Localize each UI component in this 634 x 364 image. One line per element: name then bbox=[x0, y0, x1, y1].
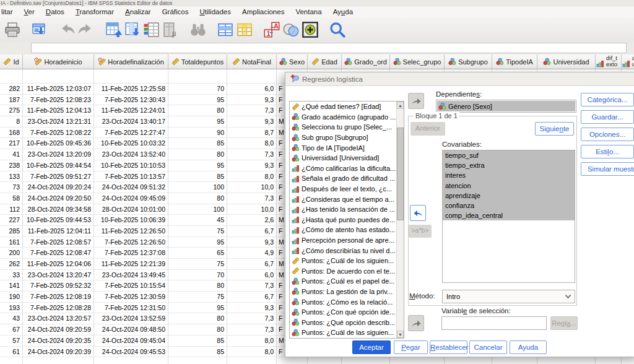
variable-item[interactable]: Puntos: De acuerdo con el te... bbox=[290, 266, 396, 277]
table-cell[interactable]: 168 bbox=[0, 128, 23, 139]
siguiente-button[interactable]: Siguiente bbox=[535, 122, 574, 136]
column-header-sexo[interactable]: Sexo bbox=[277, 54, 308, 69]
table-cell[interactable]: 70 bbox=[168, 84, 227, 95]
interaction-term-button[interactable]: >a*b> bbox=[409, 225, 432, 238]
table-cell[interactable]: 23-Oct-2024 13:20:47 bbox=[23, 270, 94, 281]
table-cell[interactable]: 7-Feb-2025 12:27:47 bbox=[94, 128, 168, 139]
table-cell[interactable]: 24-Oct-2024 09:20:59 bbox=[23, 324, 94, 336]
covariable-item[interactable]: comp_idea_central bbox=[443, 210, 575, 220]
menu-item-transformar[interactable]: Transformar bbox=[70, 6, 119, 17]
table-cell[interactable] bbox=[227, 69, 277, 84]
table-cell[interactable]: 11-Feb-2025 12:25:58 bbox=[94, 84, 168, 95]
column-header-totaldepuntos[interactable]: Totaldepuntos bbox=[168, 54, 227, 69]
variable-item[interactable]: Universidad [Universidad] bbox=[290, 153, 396, 163]
table-cell[interactable]: 262 bbox=[0, 259, 23, 270]
opciones--button[interactable]: Opciones... bbox=[581, 128, 634, 141]
variable-item[interactable]: Tipo de IA [TipodeIA] bbox=[290, 142, 396, 153]
dependent-variable-item[interactable]: Género [Sexo] bbox=[437, 101, 575, 111]
restablecer-button[interactable]: Restablecer bbox=[430, 340, 467, 354]
table-cell[interactable]: 73 bbox=[0, 182, 23, 193]
table-cell[interactable]: 80 bbox=[168, 313, 227, 324]
table-cell[interactable]: 28-Oct-2024 10:01:00 bbox=[94, 204, 168, 215]
variable-item[interactable]: ¿Consideras que el tiempo a... bbox=[290, 194, 396, 204]
cell-editor-input[interactable] bbox=[31, 43, 627, 53]
transfer-covariables-button[interactable] bbox=[410, 205, 426, 221]
table-cell[interactable]: 7,3 bbox=[227, 313, 277, 324]
table-cell[interactable]: 10,0 bbox=[227, 204, 277, 215]
table-cell[interactable]: 95 bbox=[168, 237, 227, 248]
table-cell[interactable]: 193 bbox=[0, 303, 23, 314]
pegar-button[interactable]: Pegar bbox=[394, 340, 428, 354]
table-cell[interactable]: 24-Oct-2024 09:20:50 bbox=[23, 193, 94, 204]
show-all-variables-icon[interactable] bbox=[301, 20, 320, 40]
scrollbar-thumb[interactable] bbox=[397, 128, 404, 220]
table-cell[interactable]: 190 bbox=[0, 292, 23, 303]
table-cell[interactable]: 33 bbox=[0, 270, 23, 281]
table-cell[interactable]: 6,7 bbox=[227, 259, 277, 270]
seleccion-variable-input[interactable] bbox=[441, 316, 547, 330]
table-cell[interactable] bbox=[23, 357, 94, 364]
column-header-universidad[interactable]: Universidad bbox=[537, 54, 596, 69]
menu-item-gráficos[interactable]: Gráficos bbox=[157, 6, 194, 17]
variable-item[interactable]: Puntos: ¿Cuál es el papel de... bbox=[290, 276, 396, 287]
table-cell[interactable]: 75 bbox=[168, 226, 227, 237]
table-cell[interactable]: 57 bbox=[0, 336, 23, 347]
table-cell[interactable]: 28-Oct-2024 09:34:58 bbox=[23, 204, 94, 215]
table-cell[interactable]: 6,7 bbox=[227, 292, 277, 303]
column-header-horadeinicio[interactable]: Horadeinicio bbox=[23, 54, 94, 69]
column-header-dif_texto[interactable]: dif_texto bbox=[596, 54, 622, 69]
variable-list-scrollbar[interactable]: ▲ ▼ bbox=[396, 102, 404, 338]
variable-item[interactable]: ¿Cómo calificarías la dificulta... bbox=[290, 163, 396, 174]
table-cell[interactable]: 10-Feb-2025 10:10:53 bbox=[94, 160, 168, 171]
table-cell[interactable]: 24-Oct-2024 09:20:35 bbox=[23, 336, 94, 347]
table-cell[interactable]: 7-Feb-2025 12:08:57 bbox=[23, 237, 94, 248]
table-cell[interactable]: 141 bbox=[0, 280, 23, 292]
table-cell[interactable] bbox=[622, 357, 634, 364]
variable-item[interactable]: Selecciona tu grupo [Selec_... bbox=[290, 122, 396, 132]
table-cell[interactable]: 8,7 bbox=[227, 128, 277, 139]
table-cell[interactable]: 23-Oct-2024 13:52:40 bbox=[94, 149, 168, 160]
table-cell[interactable]: 282 bbox=[0, 84, 23, 95]
estilo--button[interactable]: Estilo... bbox=[581, 145, 634, 158]
table-cell[interactable] bbox=[23, 69, 94, 84]
column-header-subgrupo[interactable]: Subgrupo bbox=[445, 54, 492, 69]
table-cell[interactable]: 23-Oct-2024 13:52:59 bbox=[94, 313, 168, 324]
table-cell[interactable]: 24-Oct-2024 09:45:09 bbox=[94, 193, 168, 204]
covariable-item[interactable]: aprendizaje bbox=[443, 191, 575, 201]
table-cell[interactable]: 227 bbox=[0, 215, 23, 226]
table-cell[interactable]: 95 bbox=[168, 95, 227, 106]
table-cell[interactable]: 133 bbox=[0, 171, 23, 183]
table-cell[interactable] bbox=[277, 357, 308, 364]
column-header-selec_grupo[interactable]: Selec_grupo bbox=[390, 54, 445, 69]
table-cell[interactable]: 10-Feb-2025 09:44:53 bbox=[23, 215, 94, 226]
column-header-id[interactable]: Id bbox=[0, 54, 23, 69]
table-cell[interactable]: 80 bbox=[168, 105, 227, 116]
table-cell[interactable]: 95 bbox=[168, 160, 227, 171]
table-cell[interactable]: 7-Feb-2025 12:31:50 bbox=[94, 303, 168, 314]
table-cell[interactable]: 23-Oct-2024 13:49:45 bbox=[94, 270, 168, 281]
simular-muestreo-button[interactable]: Simular muestreo bbox=[581, 162, 634, 176]
table-cell[interactable]: 6,7 bbox=[227, 226, 277, 237]
table-cell[interactable]: 10,0 bbox=[227, 182, 277, 193]
column-header-horadefinalización[interactable]: Horadefinalización bbox=[94, 54, 168, 69]
table-cell[interactable] bbox=[308, 357, 342, 364]
table-cell[interactable]: 10-Feb-2025 10:03:32 bbox=[94, 138, 168, 149]
table-cell[interactable]: 7,3 bbox=[227, 149, 277, 160]
table-cell[interactable] bbox=[445, 357, 492, 364]
regla-button[interactable]: Regla... bbox=[550, 316, 578, 330]
table-cell[interactable]: 8,0 bbox=[227, 138, 277, 149]
variable-item[interactable]: Percepción personal de apre... bbox=[290, 235, 396, 246]
table-cell[interactable]: 217 bbox=[0, 138, 23, 149]
covariable-item[interactable]: interes bbox=[443, 170, 575, 180]
table-cell[interactable] bbox=[0, 357, 23, 364]
table-cell[interactable]: 7,3 bbox=[227, 193, 277, 204]
table-cell[interactable] bbox=[0, 69, 23, 84]
table-cell[interactable]: 7-Feb-2025 12:30:43 bbox=[94, 95, 168, 106]
table-cell[interactable]: 10-Feb-2025 10:06:39 bbox=[94, 215, 168, 226]
table-cell[interactable]: 9,3 bbox=[227, 237, 277, 248]
menu-item-ver[interactable]: Ver bbox=[19, 6, 40, 17]
table-cell[interactable]: 7-Feb-2025 12:37:08 bbox=[94, 248, 168, 259]
table-cell[interactable]: 112 bbox=[0, 204, 23, 215]
table-cell[interactable]: 275 bbox=[0, 105, 23, 116]
table-cell[interactable]: 85 bbox=[168, 171, 227, 183]
